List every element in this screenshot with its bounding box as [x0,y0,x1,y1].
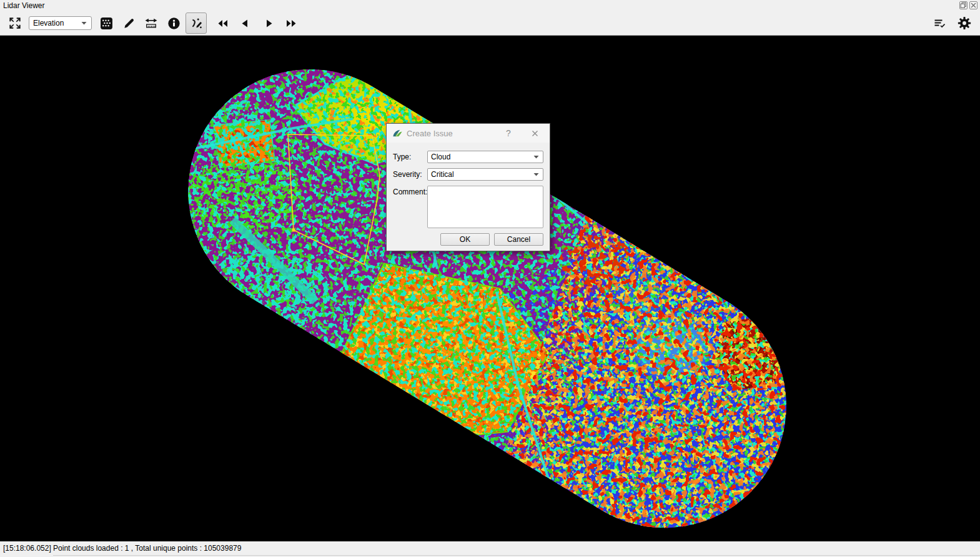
severity-select[interactable]: Critical [427,168,543,181]
skip-back-button[interactable] [212,13,233,34]
statusbar-groove [53,555,980,556]
toolbar: Elevation [0,11,980,36]
status-message: [15:18:06.052] Point clouds loaded : 1 ,… [3,544,241,553]
chevron-down-icon [533,155,543,159]
app-window: Lidar Viewer Elevation [0,0,980,557]
annotate-sparkle-icon [190,17,203,30]
skip-back-icon [216,18,229,29]
comment-input[interactable] [427,186,543,228]
ok-button[interactable]: OK [440,233,490,246]
settings-gear-icon [958,16,971,30]
measure-icon [144,17,158,30]
type-label: Type: [393,153,411,161]
severity-select-value: Critical [428,170,533,179]
step-back-icon [239,18,252,29]
task-list-button[interactable] [929,13,950,34]
annotate-button[interactable] [186,13,207,34]
expand-icon [9,17,21,29]
viewport-canvas[interactable] [0,36,980,541]
window-titlebar: Lidar Viewer [0,0,980,11]
app-logo-icon [392,128,403,140]
dialog-close-button[interactable] [528,127,542,139]
info-button[interactable] [163,13,184,34]
cancel-button[interactable]: Cancel [494,233,543,246]
severity-label: Severity: [393,170,422,179]
close-window-icon [970,2,977,9]
chevron-down-icon [81,21,91,25]
pencil-icon [122,17,136,30]
measure-button[interactable] [141,13,162,34]
type-select[interactable]: Cloud [427,151,543,163]
pointcloud-render [0,36,980,541]
annotation-vertex-handle[interactable] [292,229,295,232]
skip-forward-button[interactable] [280,13,302,34]
restore-window-icon [960,2,967,9]
close-window-button[interactable] [969,1,978,9]
comment-label: Comment: [393,188,427,196]
dialog-title: Create Issue [407,129,453,138]
dialog-close-icon [532,130,538,137]
colormap-select-value: Elevation [29,19,81,28]
step-back-button[interactable] [234,13,255,34]
info-icon [167,17,181,30]
fullscreen-button[interactable] [7,13,22,34]
raster-grid-button[interactable] [96,13,117,34]
type-select-value: Cloud [428,153,533,161]
dialog-help-button[interactable]: ? [502,127,515,139]
skip-forward-icon [285,18,298,29]
create-issue-dialog: Create Issue ? Type: Cloud Severity: Cri… [386,123,550,251]
colormap-select[interactable]: Elevation [29,16,92,30]
step-forward-icon [262,18,275,29]
settings-button[interactable] [954,13,975,34]
restore-window-button[interactable] [959,1,968,9]
pencil-button[interactable] [118,13,139,34]
window-title: Lidar Viewer [3,1,44,10]
dialog-titlebar[interactable]: Create Issue ? [387,124,550,143]
task-list-check-icon [933,18,946,29]
step-forward-button[interactable] [258,13,279,34]
statusbar: [15:18:06.052] Point clouds loaded : 1 ,… [0,541,980,557]
chevron-down-icon [533,173,543,176]
raster-grid-icon [100,17,113,30]
window-controls [959,1,978,9]
